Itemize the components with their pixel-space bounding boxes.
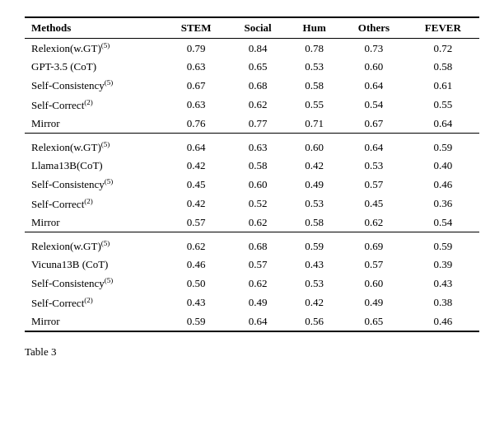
others-cell: 0.69 (341, 232, 407, 256)
stem-cell: 0.64 (164, 133, 228, 157)
others-cell: 0.53 (341, 157, 407, 175)
table-row: Relexion(w.GT)(5)0.790.840.780.730.72 (25, 39, 479, 59)
social-cell: 0.62 (228, 214, 287, 232)
hum-cell: 0.56 (287, 312, 341, 331)
stem-cell: 0.42 (164, 157, 228, 175)
social-cell: 0.62 (228, 274, 287, 293)
hum-cell: 0.42 (287, 157, 341, 175)
stem-cell: 0.43 (164, 293, 228, 312)
others-cell: 0.45 (341, 195, 407, 214)
others-cell: 0.67 (341, 115, 407, 134)
method-cell: Self-Consistency(5) (25, 175, 164, 194)
others-cell: 0.60 (341, 58, 407, 76)
method-cell: Llama13B(CoT) (25, 157, 164, 175)
stem-cell: 0.67 (164, 76, 228, 95)
others-cell: 0.54 (341, 96, 407, 115)
stem-cell: 0.63 (164, 58, 228, 76)
table-row: Mirror0.760.770.710.670.64 (25, 115, 479, 134)
social-cell: 0.52 (228, 195, 287, 214)
hum-cell: 0.49 (287, 175, 341, 194)
header-stem: STEM (164, 17, 228, 39)
method-cell: Mirror (25, 214, 164, 232)
social-cell: 0.65 (228, 58, 287, 76)
others-cell: 0.57 (341, 175, 407, 194)
social-cell: 0.49 (228, 293, 287, 312)
method-cell: Self-Correct(2) (25, 195, 164, 214)
header-fever: FEVER (407, 17, 479, 39)
table-row: Self-Consistency(5)0.670.680.580.640.61 (25, 76, 479, 95)
stem-cell: 0.50 (164, 274, 228, 293)
method-cell: Relexion(w.GT)(5) (25, 232, 164, 256)
hum-cell: 0.60 (287, 133, 341, 157)
others-cell: 0.64 (341, 133, 407, 157)
fever-cell: 0.64 (407, 115, 479, 134)
hum-cell: 0.58 (287, 76, 341, 95)
table-row: Self-Correct(2)0.630.620.550.540.55 (25, 96, 479, 115)
method-cell: Self-Consistency(5) (25, 274, 164, 293)
stem-cell: 0.42 (164, 195, 228, 214)
stem-cell: 0.63 (164, 96, 228, 115)
table-row: Vicuna13B (CoT)0.460.570.430.570.39 (25, 256, 479, 274)
method-cell: Mirror (25, 312, 164, 331)
fever-cell: 0.59 (407, 232, 479, 256)
method-cell: Mirror (25, 115, 164, 134)
table-row: Mirror0.570.620.580.620.54 (25, 214, 479, 232)
social-cell: 0.58 (228, 157, 287, 175)
fever-cell: 0.43 (407, 274, 479, 293)
fever-cell: 0.38 (407, 293, 479, 312)
hum-cell: 0.43 (287, 256, 341, 274)
table-row: Self-Correct(2)0.420.520.530.450.36 (25, 195, 479, 214)
fever-cell: 0.40 (407, 157, 479, 175)
others-cell: 0.65 (341, 312, 407, 331)
results-table: Methods STEM Social Hum Others FEVER Rel… (25, 16, 479, 332)
fever-cell: 0.36 (407, 195, 479, 214)
method-cell: Self-Correct(2) (25, 96, 164, 115)
social-cell: 0.68 (228, 232, 287, 256)
hum-cell: 0.59 (287, 232, 341, 256)
table-row: Llama13B(CoT)0.420.580.420.530.40 (25, 157, 479, 175)
method-cell: Self-Consistency(5) (25, 76, 164, 95)
fever-cell: 0.46 (407, 312, 479, 331)
hum-cell: 0.53 (287, 274, 341, 293)
table-row: Self-Consistency(5)0.500.620.530.600.43 (25, 274, 479, 293)
social-cell: 0.77 (228, 115, 287, 134)
stem-cell: 0.46 (164, 256, 228, 274)
social-cell: 0.64 (228, 312, 287, 331)
hum-cell: 0.53 (287, 195, 341, 214)
table-row: Mirror0.590.640.560.650.46 (25, 312, 479, 331)
method-cell: GPT-3.5 (CoT) (25, 58, 164, 76)
table-row: Self-Consistency(5)0.450.600.490.570.46 (25, 175, 479, 194)
others-cell: 0.60 (341, 274, 407, 293)
social-cell: 0.68 (228, 76, 287, 95)
stem-cell: 0.62 (164, 232, 228, 256)
social-cell: 0.57 (228, 256, 287, 274)
fever-cell: 0.55 (407, 96, 479, 115)
fever-cell: 0.61 (407, 76, 479, 95)
fever-cell: 0.39 (407, 256, 479, 274)
header-others: Others (341, 17, 407, 39)
hum-cell: 0.42 (287, 293, 341, 312)
hum-cell: 0.71 (287, 115, 341, 134)
others-cell: 0.64 (341, 76, 407, 95)
hum-cell: 0.58 (287, 214, 341, 232)
hum-cell: 0.55 (287, 96, 341, 115)
header-social: Social (228, 17, 287, 39)
social-cell: 0.84 (228, 39, 287, 59)
method-cell: Relexion(w.GT)(5) (25, 39, 164, 59)
social-cell: 0.63 (228, 133, 287, 157)
hum-cell: 0.78 (287, 39, 341, 59)
stem-cell: 0.59 (164, 312, 228, 331)
fever-cell: 0.72 (407, 39, 479, 59)
hum-cell: 0.53 (287, 58, 341, 76)
fever-cell: 0.54 (407, 214, 479, 232)
fever-cell: 0.59 (407, 133, 479, 157)
fever-cell: 0.58 (407, 58, 479, 76)
social-cell: 0.62 (228, 96, 287, 115)
table-row: Self-Correct(2)0.430.490.420.490.38 (25, 293, 479, 312)
stem-cell: 0.79 (164, 39, 228, 59)
table-caption: Table 3 (25, 345, 479, 359)
method-cell: Vicuna13B (CoT) (25, 256, 164, 274)
stem-cell: 0.45 (164, 175, 228, 194)
header-methods: Methods (25, 17, 164, 39)
fever-cell: 0.46 (407, 175, 479, 194)
